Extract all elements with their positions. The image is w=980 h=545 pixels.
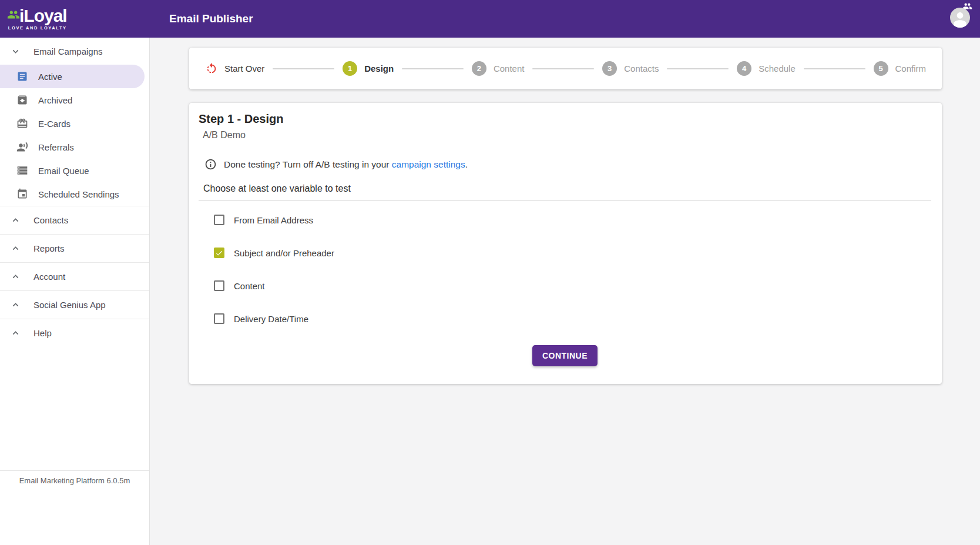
calendar-icon: [16, 188, 28, 200]
step-number-badge: 5: [874, 61, 888, 76]
info-banner: Done testing? Turn off A/B testing in yo…: [204, 158, 931, 170]
giftcard-icon: [16, 118, 28, 129]
step-connector: [402, 68, 464, 69]
option-delivery-datetime: Delivery Date/Time: [214, 312, 931, 325]
storage-icon: [16, 165, 28, 176]
sidebar: Email Campaigns Active Archived E-Cards …: [0, 38, 150, 545]
step-connector: [273, 68, 334, 69]
archive-icon: [16, 94, 28, 106]
step-number-badge: 1: [343, 61, 357, 76]
app-header: iLoyal LOVE AND LOYALTY Email Publisher: [0, 0, 980, 38]
delivery-datetime-checkbox[interactable]: [214, 313, 224, 324]
step-label: Schedule: [759, 63, 796, 73]
sidebar-section-label: Contacts: [33, 215, 68, 225]
sidebar-section-social-genius-app[interactable]: Social Genius App: [0, 290, 149, 319]
sidebar-section-label: Account: [33, 272, 65, 282]
step-design[interactable]: 1 Design: [343, 61, 394, 76]
sidebar-section-account[interactable]: Account: [0, 262, 149, 290]
sidebar-section-email-campaigns[interactable]: Email Campaigns: [0, 38, 149, 65]
sidebar-section-label: Email Campaigns: [33, 46, 103, 56]
sidebar-item-label: Referrals: [38, 142, 74, 152]
chevron-up-icon: [10, 299, 21, 310]
voice-over-icon: [16, 141, 28, 153]
design-step-card: Step 1 - Design A/B Demo Done testing? T…: [189, 103, 942, 384]
campaign-name: A/B Demo: [203, 130, 931, 141]
step-content[interactable]: 2 Content: [472, 61, 525, 76]
content-checkbox[interactable]: [214, 280, 224, 291]
main-content: Start Over 1 Design 2 Content 3 Contacts…: [150, 38, 980, 545]
step-label: Confirm: [895, 63, 927, 73]
subject-preheader-checkbox[interactable]: [214, 248, 224, 258]
brand-name: iLoyal: [19, 7, 67, 25]
brand-tagline: LOVE AND LOYALTY: [7, 25, 67, 31]
sidebar-section-help[interactable]: Help: [0, 319, 149, 347]
step-connector: [532, 68, 594, 69]
check-icon: [215, 249, 223, 258]
brand-logo: iLoyal LOVE AND LOYALTY: [0, 7, 150, 31]
chevron-up-icon: [10, 327, 21, 339]
chevron-down-icon: [10, 46, 21, 57]
choose-variable-label: Choose at least one variable to test: [203, 183, 931, 194]
section-divider: [199, 200, 931, 201]
sidebar-item-email-queue[interactable]: Email Queue: [0, 159, 149, 182]
step-number-badge: 2: [472, 61, 486, 76]
sidebar-section-label: Help: [33, 328, 52, 338]
step-heading: Step 1 - Design: [199, 112, 931, 126]
sidebar-section-label: Social Genius App: [33, 300, 106, 310]
logo-people-icon: [7, 8, 20, 24]
sidebar-item-ecards[interactable]: E-Cards: [0, 112, 149, 135]
chevron-up-icon: [10, 215, 21, 226]
start-over-button[interactable]: Start Over: [205, 62, 264, 75]
step-label: Design: [364, 63, 394, 73]
info-icon: [204, 158, 217, 170]
option-subject-preheader: Subject and/or Preheader: [214, 246, 931, 259]
step-number-badge: 4: [737, 61, 751, 76]
step-schedule[interactable]: 4 Schedule: [737, 61, 796, 76]
sidebar-item-label: Email Queue: [38, 166, 89, 176]
sidebar-item-label: Scheduled Sendings: [38, 189, 119, 199]
step-connector: [804, 68, 865, 69]
sidebar-item-label: E-Cards: [38, 119, 71, 129]
sidebar-section-label: Reports: [33, 243, 65, 253]
chevron-up-icon: [10, 243, 21, 254]
step-confirm[interactable]: 5 Confirm: [874, 61, 927, 76]
chevron-up-icon: [10, 271, 21, 282]
option-from-email-address: From Email Address: [214, 213, 931, 226]
document-icon: [16, 71, 28, 82]
option-label: From Email Address: [234, 215, 313, 225]
step-connector: [667, 68, 729, 69]
info-text-prefix: Done testing? Turn off A/B testing in yo…: [224, 159, 392, 169]
option-label: Delivery Date/Time: [234, 314, 308, 324]
step-contacts[interactable]: 3 Contacts: [602, 61, 659, 76]
sidebar-item-archived[interactable]: Archived: [0, 88, 149, 112]
option-label: Content: [234, 281, 265, 291]
restart-icon: [205, 62, 218, 75]
continue-button[interactable]: CONTINUE: [532, 345, 598, 366]
sidebar-item-referrals[interactable]: Referrals: [0, 135, 149, 159]
step-label: Content: [494, 63, 525, 73]
from-email-checkbox[interactable]: [214, 215, 224, 225]
option-content: Content: [214, 279, 931, 292]
start-over-label: Start Over: [224, 63, 264, 73]
sidebar-item-label: Active: [38, 72, 62, 82]
step-label: Contacts: [624, 63, 659, 73]
sidebar-item-scheduled-sendings[interactable]: Scheduled Sendings: [0, 182, 149, 206]
option-label: Subject and/or Preheader: [234, 248, 334, 258]
wizard-stepper: Start Over 1 Design 2 Content 3 Contacts…: [189, 48, 942, 89]
info-text-suffix: .: [465, 159, 468, 169]
variable-options-list: From Email Address Subject and/or Prehea…: [214, 213, 931, 325]
sidebar-section-contacts[interactable]: Contacts: [0, 206, 149, 234]
platform-version: Email Marketing Platform 6.0.5m: [0, 470, 149, 485]
campaign-settings-link[interactable]: campaign settings: [392, 159, 465, 169]
sidebar-section-reports[interactable]: Reports: [0, 234, 149, 262]
person-icon: [951, 9, 969, 28]
step-number-badge: 3: [602, 61, 617, 76]
page-title: Email Publisher: [169, 12, 253, 25]
sidebar-item-active[interactable]: Active: [0, 65, 145, 88]
user-avatar[interactable]: [950, 8, 970, 28]
info-text: Done testing? Turn off A/B testing in yo…: [224, 159, 468, 170]
sidebar-item-label: Archived: [38, 95, 72, 105]
